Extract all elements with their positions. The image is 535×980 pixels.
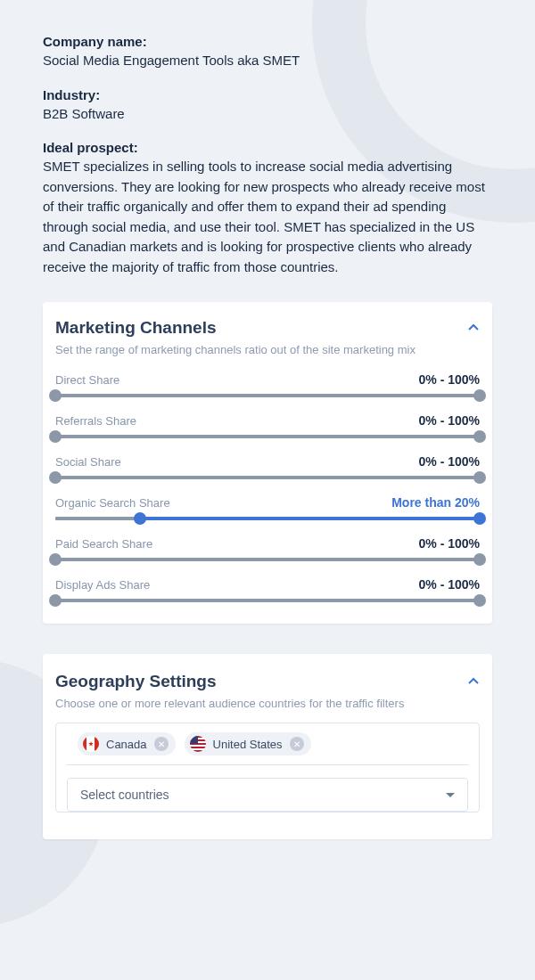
slider-handle-max[interactable] [473,594,486,607]
remove-chip-icon[interactable]: ✕ [154,737,169,751]
industry-label: Industry: [43,87,492,102]
slider-name-label: Display Ads Share [55,578,150,592]
slider-row: Direct Share0% - 100% [55,372,480,397]
chip-label: United States [213,738,283,751]
chip-label: Canada [106,738,147,751]
slider-name-label: Paid Search Share [55,537,152,551]
slider-name-label: Organic Search Share [55,496,170,510]
slider-row: Social Share0% - 100% [55,454,480,479]
slider-value-label: 0% - 100% [419,454,480,469]
marketing-channels-title: Marketing Channels [55,318,217,338]
slider-value-label: 0% - 100% [419,372,480,387]
country-chip: Canada✕ [78,732,176,755]
ideal-prospect-block: Ideal prospect: SMET specializes in sell… [43,140,492,277]
slider-row: Paid Search Share0% - 100% [55,536,480,561]
range-slider[interactable] [55,558,480,561]
slider-name-label: Referrals Share [55,414,136,428]
slider-handle-min[interactable] [49,553,62,566]
range-slider[interactable] [55,599,480,602]
slider-value-label: 0% - 100% [419,413,480,428]
slider-handle-max[interactable] [473,430,486,443]
country-select-placeholder: Select countries [80,788,169,802]
geography-settings-title: Geography Settings [55,672,217,691]
slider-value-label: More than 20% [391,495,480,510]
slider-handle-min[interactable] [49,594,62,607]
slider-handle-max[interactable] [473,471,486,484]
slider-handle-min[interactable] [49,389,62,402]
slider-value-label: 0% - 100% [419,536,480,551]
company-name-block: Company name: Social Media Engagement To… [43,34,492,71]
industry-block: Industry: B2B Software [43,87,492,125]
company-name-value: Social Media Engagement Tools aka SMET [43,51,492,71]
industry-value: B2B Software [43,104,492,125]
selected-countries-row: Canada✕United States✕ [67,723,468,765]
geography-settings-subtitle: Choose one or more relevant audience cou… [55,697,480,710]
country-chip: United States✕ [185,732,311,755]
company-name-label: Company name: [43,34,492,49]
geography-selector-box: Canada✕United States✕ Select countries [55,723,480,813]
range-slider[interactable] [55,517,480,520]
slider-name-label: Social Share [55,455,121,469]
slider-row: Referrals Share0% - 100% [55,413,480,438]
geography-settings-header[interactable]: Geography Settings [55,672,480,691]
remove-chip-icon[interactable]: ✕ [290,737,304,751]
country-select-dropdown[interactable]: Select countries [67,778,468,812]
slider-row: Display Ads Share0% - 100% [55,577,480,602]
slider-handle-min[interactable] [49,471,62,484]
slider-handle-max[interactable] [473,512,486,525]
range-slider[interactable] [55,394,480,397]
slider-value-label: 0% - 100% [419,577,480,592]
range-slider[interactable] [55,435,480,438]
marketing-channels-header[interactable]: Marketing Channels [55,318,480,338]
slider-row: Organic Search ShareMore than 20% [55,495,480,520]
slider-handle-min[interactable] [49,430,62,443]
marketing-channels-card: Marketing Channels Set the range of mark… [43,302,492,624]
caret-down-icon [446,793,455,797]
marketing-channels-subtitle: Set the range of marketing channels rati… [55,343,480,356]
slider-handle-min[interactable] [134,512,146,525]
flag-icon [83,736,99,752]
chevron-up-icon[interactable] [467,675,480,688]
ideal-prospect-value: SMET specializes in selling tools to inc… [43,157,492,277]
slider-handle-max[interactable] [473,389,486,402]
ideal-prospect-label: Ideal prospect: [43,140,492,155]
slider-handle-max[interactable] [473,553,486,566]
range-slider[interactable] [55,476,480,479]
geography-settings-card: Geography Settings Choose one or more re… [43,654,492,839]
flag-icon [190,736,206,752]
chevron-up-icon[interactable] [467,322,480,334]
slider-name-label: Direct Share [55,373,119,387]
